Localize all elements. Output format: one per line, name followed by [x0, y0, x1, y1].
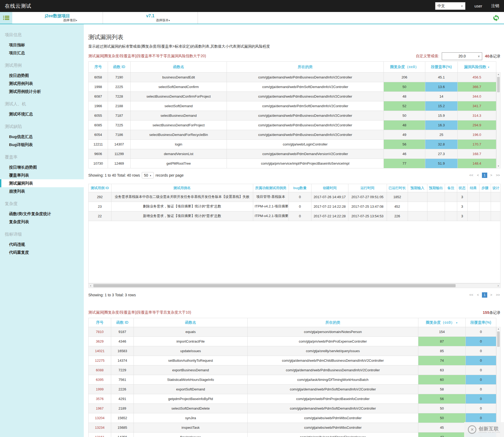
- column-header[interactable]: 函数 ID: [108, 62, 131, 73]
- column-header[interactable]: 所在的类: [248, 318, 418, 327]
- sidebar-item[interactable]: 项目汇总: [0, 49, 84, 57]
- column-header[interactable]: 所属功能测试用例类: [253, 184, 289, 192]
- table-row[interactable]: 78109187equalscom/gtja/person/domain/Not…: [89, 327, 496, 337]
- column-header[interactable]: 结果: [467, 184, 479, 192]
- column-header[interactable]: 函数 ID: [111, 318, 134, 327]
- sidebar-item[interactable]: 复杂度列表: [0, 218, 84, 226]
- table-row[interactable]: 22新增业务需求，验证【项目摘要】统计的“需求”总数ITPM-v4.2.1-项目…: [89, 211, 501, 221]
- page-number-button[interactable]: 1: [482, 292, 487, 298]
- column-header[interactable]: 序号: [89, 62, 108, 73]
- table-row[interactable]: 292业务需求基线版本中存在二级业需未关联开发任务非基线开发任务版本【设置基线】…: [89, 192, 501, 202]
- sidebar-item[interactable]: 崩溃列表: [0, 187, 84, 195]
- page-nav-button[interactable]: <: [475, 292, 481, 298]
- column-header[interactable]: 状态: [457, 184, 467, 192]
- table-row[interactable]: 1227514374setButtonAuthorityToRequestcom…: [89, 356, 496, 365]
- table-row[interactable]: 1320415652synJiracom/gtja/wbs/web/PdmWbs…: [89, 413, 496, 423]
- column-header[interactable]: 测试用例名: [111, 184, 253, 192]
- user-menu[interactable]: user: [474, 4, 482, 8]
- table-row[interactable]: 35764291getpdmProjectBaseinfoByPldcom/gt…: [89, 394, 496, 404]
- table-row[interactable]: 1323415685inspectTaskcom/gtja/wbs/web/Pd…: [89, 423, 496, 432]
- sidebar-item[interactable]: 测试用例列表: [0, 80, 84, 88]
- table-row[interactable]: 960611299demandVersionListcom/gtja/deman…: [89, 149, 496, 159]
- page-nav-button[interactable]: <<: [469, 173, 474, 178]
- table-row[interactable]: 60547186selectBusinessDemandForRecycleBi…: [89, 130, 496, 140]
- sidebar-item[interactable]: 代码违规: [0, 240, 84, 248]
- column-header[interactable]: 预期输出: [427, 184, 445, 192]
- column-header[interactable]: 所在的类: [227, 62, 384, 73]
- logout-button[interactable]: 注销: [491, 3, 499, 9]
- scroll-up-icon[interactable]: ▲: [497, 327, 499, 331]
- table-row[interactable]: 23删除业务需求，验证【项目摘要】统计的“需求”总数ITPM-v4.2.1-项目…: [89, 202, 501, 211]
- scrollbar-thumb[interactable]: [497, 331, 500, 347]
- vertical-scrollbar[interactable]: ▲ ▼: [496, 72, 501, 168]
- column-header[interactable]: 设计: [491, 184, 501, 192]
- sidebar-item[interactable]: 代码重复度: [0, 248, 84, 256]
- column-header[interactable]: 圈复杂度（cc0）▼: [418, 318, 466, 327]
- table-row[interactable]: 19672189selectSoftDemandDeletecom/gtja/d…: [89, 404, 496, 413]
- table-cell: 3: [457, 202, 467, 211]
- page-nav-button[interactable]: >: [489, 173, 494, 178]
- sidebar-item[interactable]: 按日趋势图: [0, 72, 84, 80]
- sidebar-item[interactable]: 函数/类/文件复杂度统计: [0, 210, 84, 218]
- table-row[interactable]: 1402116583updateIssuescom/gtja/oreilly/s…: [89, 346, 496, 356]
- scroll-left-icon[interactable]: ‹: [89, 284, 93, 288]
- scrollbar-thumb[interactable]: [93, 284, 456, 287]
- alert-threshold-select[interactable]: 20.0 ∨: [442, 52, 482, 60]
- scrollbar-thumb[interactable]: [497, 77, 500, 92]
- column-header[interactable]: bug数量: [289, 184, 311, 192]
- sidebar-item[interactable]: 测试漏洞列表: [0, 179, 84, 187]
- column-header[interactable]: 步骤: [479, 184, 491, 192]
- table-row[interactable]: 1073012469getPMRootTreecom/gtja/pm/servi…: [89, 159, 496, 168]
- table-row[interactable]: 60877228selectBusinessDemandConfirmForPr…: [89, 92, 496, 101]
- language-select[interactable]: 中文 ∨: [435, 2, 465, 10]
- table-row[interactable]: 36294346importContractFilecom/gtja/pm/we…: [89, 337, 496, 346]
- version-selector[interactable]: v7.1 选择版本▾: [103, 12, 198, 24]
- sidebar-item[interactable]: 按日增长趋势图: [0, 163, 84, 171]
- sidebar-item[interactable]: 覆盖率列表: [0, 171, 84, 179]
- sidebar-item[interactable]: Bug信息汇总: [0, 133, 84, 141]
- column-header[interactable]: 备注: [445, 184, 457, 192]
- column-header[interactable]: 函数名: [134, 318, 248, 327]
- column-header[interactable]: 运行时间: [348, 184, 387, 192]
- table-row[interactable]: 60887229exportBusinessDemandcom/gtja/dem…: [89, 365, 496, 375]
- table-row[interactable]: 1216114256flowingIssuescom/gtja/oreilly/…: [89, 432, 496, 437]
- table-row[interactable]: 19992226exportSoftDemandcom/gtja/demand/…: [89, 385, 496, 394]
- table-row[interactable]: 19982225selectSoftDemandConfirmcom/gtja/…: [89, 82, 496, 92]
- page-number-button[interactable]: 1: [482, 173, 487, 178]
- page-nav-button[interactable]: <: [475, 173, 481, 178]
- vertical-scrollbar[interactable]: ▲: [496, 327, 501, 437]
- table-row[interactable]: 60857225selectBusinessDemandForProjectco…: [89, 120, 496, 130]
- table-row[interactable]: 60557187selectBusinessDemandcom/gtja/dem…: [89, 111, 496, 120]
- page-nav-button[interactable]: >>: [495, 173, 501, 178]
- column-header[interactable]: 预期输入: [408, 184, 427, 192]
- table-row[interactable]: 1221114307logincom/gtja/web/LoginControl…: [89, 140, 496, 149]
- sidebar-item[interactable]: 测试环境汇总: [0, 110, 84, 118]
- table-row[interactable]: 60587190businessDemandEditcom/gtja/deman…: [89, 73, 496, 82]
- table-cell: 341.7: [458, 101, 496, 111]
- table-row[interactable]: 19662188selectSoftDemandcom/gtja/demand/…: [89, 101, 496, 111]
- column-header[interactable]: 序号: [89, 318, 111, 327]
- column-header[interactable]: 段覆盖率(%): [466, 318, 496, 327]
- table-row[interactable]: 63957561StatisticalWorkHoursStageInfocom…: [89, 375, 496, 385]
- scroll-right-icon[interactable]: ›: [496, 284, 500, 288]
- scroll-up-icon[interactable]: ▲: [497, 73, 499, 76]
- page-nav-button[interactable]: >>: [495, 292, 501, 298]
- menu-button[interactable]: [0, 12, 12, 24]
- refresh-button[interactable]: [493, 14, 500, 22]
- column-header[interactable]: 创建时间: [311, 184, 348, 192]
- column-header[interactable]: 段覆盖率(%): [425, 62, 458, 73]
- horizontal-scrollbar[interactable]: ‹ ›: [88, 283, 501, 288]
- column-header[interactable]: 已运行时长: [387, 184, 408, 192]
- sidebar-item[interactable]: 项目指标: [0, 41, 84, 49]
- column-header[interactable]: 圈复杂度（cc0）: [384, 62, 425, 73]
- page-nav-button[interactable]: <<: [469, 292, 474, 298]
- column-header[interactable]: 函数名: [131, 62, 227, 73]
- per-page-select[interactable]: 50 ▲: [142, 172, 154, 178]
- sidebar-item[interactable]: 测试用例统计分析: [0, 88, 84, 95]
- sidebar-item[interactable]: Bug详细列表: [0, 141, 84, 149]
- project-selector[interactable]: j2ee数据项目 选择项目▾: [12, 12, 103, 24]
- column-header[interactable]: 漏洞风险指数▼: [458, 62, 496, 73]
- column-header[interactable]: 测试用例 ID: [89, 184, 111, 192]
- scroll-down-icon[interactable]: ▼: [497, 164, 499, 168]
- page-nav-button[interactable]: >: [489, 292, 494, 298]
